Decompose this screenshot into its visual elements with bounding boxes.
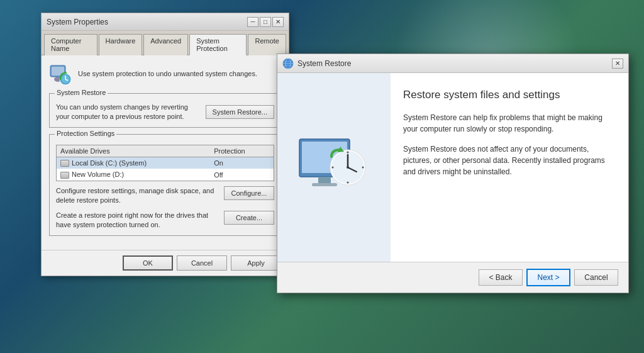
col-drives: Available Drives (57, 145, 211, 157)
close-button[interactable]: ✕ (272, 17, 284, 27)
drive-c-icon (60, 160, 69, 167)
cancel-button[interactable]: Cancel (177, 255, 227, 271)
tab-system-protection[interactable]: System Protection (189, 34, 247, 55)
restore-section-content: You can undo system changes by reverting… (56, 99, 274, 122)
restore-close-icon: ✕ (615, 60, 620, 67)
restore-titlebar: System Restore ✕ (277, 54, 628, 73)
maximize-button[interactable]: □ (260, 17, 271, 27)
protection-settings-label: Protection Settings (55, 130, 116, 137)
svg-rect-3 (56, 77, 60, 79)
restore-close-button[interactable]: ✕ (612, 59, 623, 69)
maximize-icon: □ (264, 18, 267, 25)
restore-description: You can undo system changes by reverting… (56, 103, 199, 122)
restore-title-text: System Restore (297, 59, 351, 68)
close-icon: ✕ (275, 18, 280, 25)
monitor-clock-illustration (296, 133, 372, 202)
configure-text: Configure restore settings, manage disk … (56, 186, 218, 206)
table-row[interactable]: New Volume (D:) Off (57, 169, 274, 181)
create-text: Create a restore point right now for the… (56, 211, 218, 230)
svg-point-24 (332, 167, 334, 169)
drives-table: Available Drives Protection Local Disk (… (56, 145, 274, 181)
drive-d-icon (60, 172, 69, 179)
tab-hardware[interactable]: Hardware (99, 34, 143, 55)
table-row[interactable]: Local Disk (C:) (System) On (57, 157, 274, 169)
apply-button[interactable]: Apply (231, 255, 281, 271)
restore-description-2: System Restore does not affect any of yo… (403, 143, 616, 177)
restore-heading: Restore system files and settings (403, 88, 616, 102)
intro-text: Use system protection to undo unwanted s… (78, 69, 257, 79)
configure-row: Configure restore settings, manage disk … (56, 186, 274, 206)
tab-computer-name[interactable]: Computer Name (44, 34, 97, 55)
minimize-icon: ─ (250, 18, 255, 25)
dialog-content: Use system protection to undo unwanted s… (42, 55, 289, 250)
system-properties-footer: OK Cancel Apply (42, 250, 289, 276)
titlebar-controls: ─ □ ✕ (247, 17, 284, 27)
restore-footer: < Back Next > Cancel (277, 262, 628, 293)
col-protection: Protection (210, 145, 274, 157)
system-restore-button[interactable]: System Restore... (206, 105, 274, 119)
tabs-bar: Computer Name Hardware Advanced System P… (42, 31, 289, 55)
svg-point-22 (362, 167, 364, 169)
restore-globe-icon (282, 58, 294, 69)
restore-left-panel (277, 73, 391, 262)
restore-content: Restore system files and settings System… (277, 73, 628, 262)
create-row: Create a restore point right now for the… (56, 211, 274, 230)
system-restore-dialog: System Restore ✕ (277, 53, 629, 293)
ok-button[interactable]: OK (123, 255, 173, 271)
system-properties-title: System Properties (47, 18, 108, 26)
drive-c-name: Local Disk (C:) (System) (57, 157, 211, 169)
system-restore-group: System Restore You can undo system chang… (49, 93, 281, 128)
system-properties-titlebar: System Properties ─ □ ✕ (42, 13, 289, 31)
next-button[interactable]: Next > (526, 269, 570, 286)
configure-button[interactable]: Configure... (224, 186, 274, 200)
drive-c-protection: On (210, 157, 274, 169)
back-button[interactable]: < Back (479, 269, 523, 286)
restore-cancel-button[interactable]: Cancel (574, 269, 618, 286)
svg-point-21 (347, 152, 349, 154)
create-button[interactable]: Create... (224, 211, 274, 225)
restore-right-panel: Restore system files and settings System… (391, 73, 628, 262)
svg-rect-15 (312, 183, 337, 186)
svg-point-23 (347, 182, 349, 184)
svg-rect-14 (318, 177, 331, 183)
minimize-button[interactable]: ─ (247, 17, 258, 27)
drive-d-name: New Volume (D:) (57, 169, 211, 181)
shield-icon (49, 63, 72, 86)
system-properties-dialog: System Properties ─ □ ✕ Computer Name Ha… (41, 13, 289, 276)
restore-title-left: System Restore (282, 58, 351, 69)
tab-advanced[interactable]: Advanced (143, 34, 188, 55)
protection-settings-group: Protection Settings Available Drives Pro… (49, 134, 281, 236)
restore-titlebar-controls: ✕ (612, 59, 623, 69)
tab-remote[interactable]: Remote (248, 34, 286, 55)
drive-d-protection: Off (210, 169, 274, 181)
system-restore-label: System Restore (55, 89, 108, 96)
intro-section: Use system protection to undo unwanted s… (49, 63, 281, 86)
protection-section-content: Available Drives Protection Local Disk (… (56, 140, 274, 230)
restore-description-1: System Restore can help fix problems tha… (403, 112, 616, 135)
